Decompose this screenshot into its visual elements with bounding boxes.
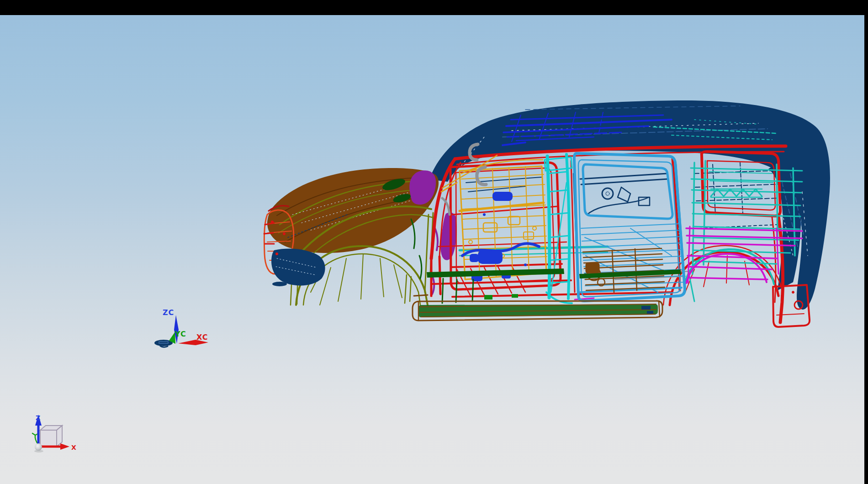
- wcs-z-label: ZC: [163, 308, 174, 317]
- cad-viewport[interactable]: ZC YC XC Z X: [0, 15, 864, 484]
- view-orientation-triad[interactable]: Z X: [32, 414, 76, 452]
- cad-scene[interactable]: ZC YC XC Z X: [0, 15, 864, 484]
- view-z-label: Z: [36, 414, 40, 421]
- view-cube[interactable]: [40, 426, 62, 447]
- running-board-navy-mark: [647, 311, 653, 314]
- car-model[interactable]: [154, 100, 830, 347]
- right-edge-bar: [864, 0, 868, 484]
- top-bar: [0, 0, 868, 15]
- wcs-y-label: YC: [175, 330, 186, 338]
- wcs-triad[interactable]: ZC YC XC: [163, 308, 208, 345]
- running-board-navy-mark: [641, 306, 651, 310]
- origin-sphere[interactable]: [35, 443, 42, 451]
- view-x-label: X: [71, 444, 76, 451]
- wcs-x-label: XC: [196, 333, 208, 342]
